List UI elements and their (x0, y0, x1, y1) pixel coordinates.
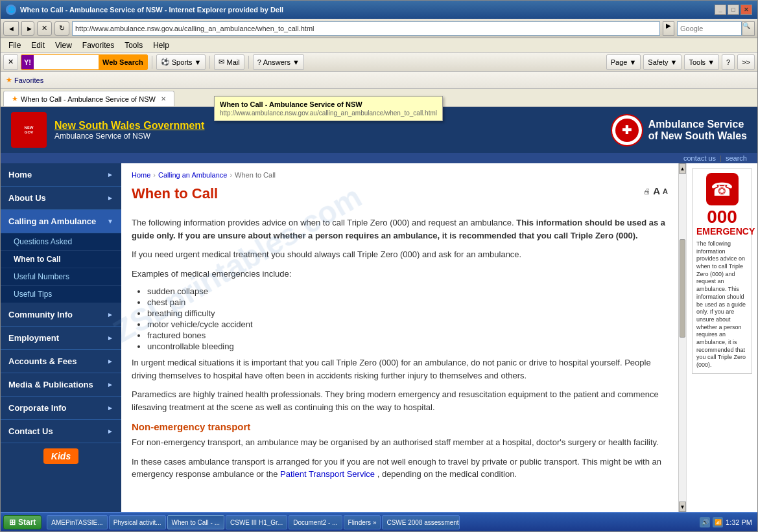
start-button[interactable]: ⊞ Start (3, 515, 41, 529)
ambulance-title-line2: of New South Wales (648, 130, 747, 142)
nav-contact-us[interactable]: Contact Us ► (1, 420, 121, 443)
taskbar-item-5-label: Flinders » (348, 519, 377, 526)
emergency-label: EMERGENCY (696, 226, 748, 237)
bullet-chest: chest pain (147, 297, 668, 307)
subnav-when-to-call[interactable]: When to Call (1, 251, 121, 268)
back-button[interactable]: ◄ (3, 21, 19, 36)
menu-tools[interactable]: Tools (119, 40, 148, 51)
breadcrumb-calling[interactable]: Calling an Ambulance (158, 171, 227, 179)
scroll-track (679, 174, 686, 502)
address-text[interactable]: http://www.ambulance.nsw.gov.au/calling_… (75, 25, 657, 32)
nav-calling-ambulance[interactable]: Calling an Ambulance ▼ (1, 210, 121, 233)
go-button[interactable]: ▶ (663, 21, 674, 36)
subnav-useful-tips[interactable]: Useful Tips (1, 286, 121, 303)
mail-icon: ✉ (219, 58, 224, 66)
nav-corporate-info[interactable]: Corporate Info ► (1, 397, 121, 420)
page-label: Page (611, 58, 628, 66)
nav-corporate-label: Corporate Info (8, 403, 67, 413)
site-header-left: NSWGOV New South Wales Government Ambula… (11, 112, 204, 148)
link-tooltip: When to Call - Ambulance Service of NSW … (214, 96, 443, 121)
menu-favorites[interactable]: Favorites (77, 40, 119, 51)
site-title-block: New South Wales Government Ambulance Ser… (54, 120, 204, 141)
ambulance-title-text: Ambulance Service of New South Wales (648, 119, 747, 142)
minimize-button[interactable]: _ (715, 5, 726, 15)
stop-toolbar-button[interactable]: ✕ (3, 54, 18, 70)
tools-button[interactable]: Tools ▼ (684, 54, 719, 70)
urgent-paragraph: If you need urgent medical treatment you… (132, 248, 668, 261)
close-button[interactable]: ✕ (740, 5, 752, 15)
taskbar-item-0[interactable]: AMEPinTASSIE... (47, 515, 107, 529)
start-label: Start (18, 518, 36, 527)
kids-text[interactable]: Kids (43, 448, 78, 464)
urgent-action-paragraph: In urgent medical situations it is impor… (132, 356, 668, 382)
taskbar-item-6[interactable]: CSWE 2008 assessment grids » (382, 515, 460, 529)
safety-button[interactable]: Safety ▼ (643, 54, 681, 70)
search-link[interactable]: search (726, 154, 747, 162)
window-controls[interactable]: _ □ ✕ (715, 5, 752, 15)
scroll-up-button[interactable]: ▲ (679, 163, 686, 174)
taskbar-item-1[interactable]: Physical activit... (109, 515, 166, 529)
taskbar-item-5[interactable]: Flinders » (344, 515, 381, 529)
content-scrollbar[interactable]: ▲ ▼ (678, 163, 686, 512)
menu-edit[interactable]: Edit (26, 40, 50, 51)
nav-accounts-fees[interactable]: Accounts & Fees ► (1, 350, 121, 373)
taskbar-item-3[interactable]: CSWE III H1_Gr... (226, 515, 287, 529)
menu-view[interactable]: View (50, 40, 77, 51)
google-search-button[interactable]: 🔍 (742, 21, 755, 36)
favorites-button[interactable]: ★ Favorites (3, 75, 46, 86)
answers-button[interactable]: ? Answers ▼ (253, 54, 304, 70)
google-search-input[interactable] (677, 21, 742, 36)
answers-dropdown-icon: ▼ (292, 58, 300, 66)
safety-label: Safety (648, 58, 668, 66)
patient-transport-link[interactable]: Patient Transport Service (280, 469, 375, 479)
nav-home[interactable]: Home ► (1, 163, 121, 187)
maximize-button[interactable]: □ (728, 5, 739, 15)
subnav-questions-label: Questions Asked (14, 237, 72, 246)
menu-help[interactable]: Help (148, 40, 174, 51)
taskbar-item-4[interactable]: Document2 - ... (289, 515, 342, 529)
stop-button[interactable]: ✕ (37, 21, 52, 36)
ambulance-logo-circle: ✚ (611, 114, 643, 146)
scroll-thumb[interactable] (680, 239, 685, 338)
taskbar-clock: 1:32 PM (726, 518, 752, 526)
nav-media-publications[interactable]: Media & Publications ► (1, 373, 121, 397)
web-search-button[interactable]: Web Search (99, 54, 147, 70)
bullet-collapse: sudden collapse (147, 286, 668, 296)
menu-file[interactable]: File (3, 40, 26, 51)
favorites-label: Favorites (14, 76, 43, 84)
refresh-button[interactable]: ↻ (54, 21, 69, 36)
sports-button[interactable]: ⚽ Sports ▼ (156, 54, 206, 70)
forward-button[interactable]: ► (21, 21, 34, 36)
paramedics-paragraph: Paramedics are highly trained health pro… (132, 388, 668, 413)
extras-button[interactable]: >> (737, 54, 755, 70)
contact-us-link[interactable]: contact us (683, 154, 716, 162)
nav-bar: ◄ ► ✕ ↻ http://www.ambulance.nsw.gov.au/… (1, 19, 757, 38)
mail-button[interactable]: ✉ Mail (214, 54, 244, 70)
tab-icon: ★ (12, 95, 18, 103)
tab-close-button[interactable]: ✕ (161, 95, 166, 102)
scroll-down-button[interactable]: ▼ (679, 502, 686, 512)
active-tab[interactable]: ★ When to Call - Ambulance Service of NS… (3, 91, 174, 106)
yahoo-search-input[interactable] (34, 55, 99, 69)
print-icon[interactable]: 🖨 (643, 187, 650, 195)
pipe-sep: | (720, 154, 722, 162)
taskbar-item-2[interactable]: When to Call - ... (167, 515, 224, 529)
sports-dropdown-icon: ▼ (195, 58, 202, 66)
nav-community-info[interactable]: Community Info ► (1, 303, 121, 327)
title-bar: 🌐 When to Call - Ambulance Service of NS… (1, 1, 757, 19)
header-links: contact us | search (1, 153, 757, 163)
nav-employment[interactable]: Employment ► (1, 327, 121, 350)
subnav-useful-numbers[interactable]: Useful Numbers (1, 268, 121, 286)
taskbar: ⊞ Start AMEPinTASSIE... Physical activit… (1, 512, 757, 531)
ambulance-cross-icon: ✚ (622, 123, 632, 137)
nsw-gov-title[interactable]: New South Wales Government (54, 120, 204, 132)
subnav-questions[interactable]: Questions Asked (1, 233, 121, 251)
emergency-box: ☎ 000 EMERGENCY The following informatio… (692, 168, 752, 374)
font-small-button[interactable]: A (663, 187, 668, 195)
font-large-button[interactable]: A (653, 185, 660, 196)
nav-about-us[interactable]: About Us ► (1, 187, 121, 210)
taskbar-item-1-label: Physical activit... (113, 519, 161, 526)
breadcrumb-home[interactable]: Home (132, 171, 150, 179)
help-button[interactable]: ? (722, 54, 735, 70)
page-button[interactable]: Page ▼ (606, 54, 641, 70)
